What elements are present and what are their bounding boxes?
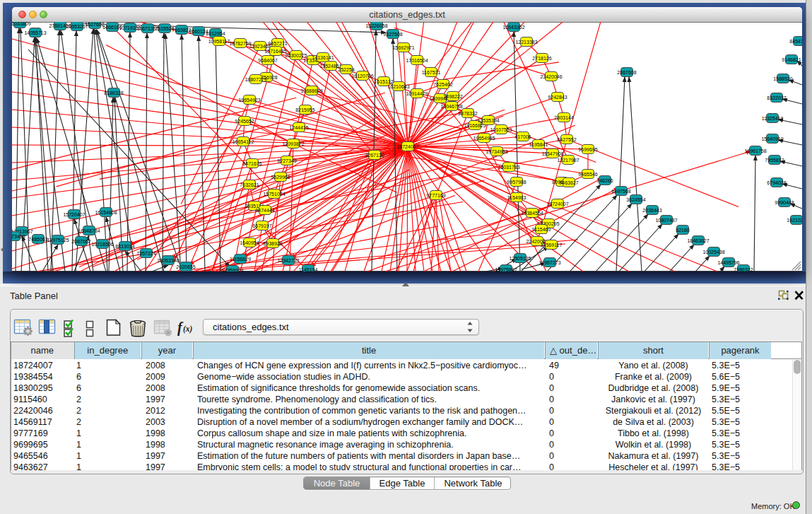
svg-text:7357224: 7357224 [136, 251, 155, 256]
svg-text:746266: 746266 [596, 178, 613, 183]
svg-text:15751074: 15751074 [263, 192, 285, 197]
svg-text:12217987: 12217987 [557, 158, 579, 163]
svg-text:12975125: 12975125 [47, 238, 69, 243]
svg-text:23420046: 23420046 [540, 74, 562, 79]
svg-text:10958117: 10958117 [208, 39, 230, 44]
svg-text:1244415: 1244415 [289, 125, 308, 130]
svg-text:2087662: 2087662 [71, 239, 90, 244]
svg-text:9957988: 9957988 [507, 180, 526, 185]
svg-text:16033809: 16033809 [12, 22, 31, 26]
svg-text:10025438: 10025438 [702, 250, 724, 255]
svg-text:2718126: 2718126 [532, 56, 551, 61]
svg-text:9463627: 9463627 [559, 180, 578, 185]
svg-text:10046788: 10046788 [440, 104, 462, 109]
svg-text:12505135: 12505135 [509, 256, 531, 261]
svg-text:2036443: 2036443 [642, 208, 661, 213]
svg-text:8454749: 8454749 [789, 39, 802, 44]
svg-text:1527602: 1527602 [85, 22, 104, 27]
svg-text:8938928: 8938928 [263, 241, 282, 246]
svg-text:15716485: 15716485 [264, 49, 286, 54]
svg-text:3498222: 3498222 [443, 94, 462, 99]
svg-text:10107553: 10107553 [490, 127, 512, 132]
svg-text:10688609: 10688609 [300, 88, 322, 93]
svg-text:9777169: 9777169 [426, 193, 445, 198]
svg-text:19654923: 19654923 [238, 98, 260, 103]
svg-text:17016504: 17016504 [406, 58, 428, 63]
svg-text:16210643: 16210643 [387, 84, 409, 89]
svg-text:19384554: 19384554 [521, 211, 543, 216]
svg-text:1154983: 1154983 [507, 195, 526, 200]
svg-text:8427552: 8427552 [557, 137, 576, 142]
svg-text:15720407: 15720407 [63, 212, 85, 217]
svg-text:9245652: 9245652 [235, 119, 254, 124]
svg-text:16120746: 16120746 [351, 74, 373, 78]
svg-text:1167531: 1167531 [422, 70, 441, 75]
svg-text:8471676: 8471676 [242, 161, 261, 166]
svg-text:18463627: 18463627 [687, 238, 709, 243]
svg-text:8813014: 8813014 [115, 244, 134, 249]
svg-text:9146821: 9146821 [782, 57, 801, 62]
svg-text:14136141: 14136141 [312, 55, 334, 60]
svg-text:14569117: 14569117 [541, 243, 563, 247]
svg-text:7632621: 7632621 [240, 182, 259, 187]
svg-text:8215955: 8215955 [295, 107, 314, 112]
svg-text:9457271: 9457271 [268, 41, 287, 46]
svg-text:8878332: 8878332 [458, 111, 477, 116]
svg-text:11547908: 11547908 [542, 151, 564, 156]
svg-text:9242843: 9242843 [548, 95, 567, 100]
svg-text:18724007: 18724007 [546, 201, 568, 206]
svg-text:17359924: 17359924 [221, 268, 243, 272]
svg-text:12093872: 12093872 [282, 141, 304, 146]
svg-text:16031783: 16031783 [498, 165, 519, 170]
svg-text:16961758: 16961758 [744, 148, 766, 153]
svg-text:28053346: 28053346 [157, 258, 179, 263]
svg-text:7485063: 7485063 [28, 237, 47, 242]
svg-text:14495796: 14495796 [717, 260, 739, 265]
svg-text:16543362: 16543362 [502, 25, 524, 30]
svg-text:19734933: 19734933 [486, 149, 507, 154]
svg-text:9684067: 9684067 [258, 58, 277, 63]
svg-text:8912954: 8912954 [206, 31, 225, 36]
svg-text:7986322: 7986322 [734, 267, 753, 272]
svg-text:62160: 62160 [676, 228, 690, 233]
svg-text:2020655: 2020655 [176, 264, 195, 269]
svg-text:15692971: 15692971 [392, 45, 414, 50]
svg-text:2867608: 2867608 [617, 70, 636, 75]
svg-text:1640954: 1640954 [240, 240, 259, 245]
svg-text:10654112: 10654112 [233, 139, 254, 144]
svg-text:11156829: 11156829 [230, 257, 251, 262]
svg-text:9474444: 9474444 [255, 208, 274, 213]
svg-text:1195841: 1195841 [529, 142, 548, 147]
svg-text:15226058: 15226058 [365, 23, 387, 28]
svg-text:16154808: 16154808 [95, 210, 117, 215]
svg-text:18807279: 18807279 [245, 77, 266, 82]
svg-text:7625402: 7625402 [433, 82, 452, 87]
svg-text:10807487: 10807487 [655, 218, 677, 223]
svg-text:7955812: 7955812 [765, 158, 784, 163]
svg-text:9115460: 9115460 [532, 227, 551, 232]
svg-text:11325419: 11325419 [762, 116, 784, 121]
svg-text:14055713: 14055713 [24, 30, 46, 35]
svg-text:16782759: 16782759 [229, 41, 251, 46]
svg-text:1621022: 1621022 [787, 218, 802, 223]
svg-text:9465546: 9465546 [578, 172, 597, 177]
svg-text:18724007: 18724007 [396, 144, 418, 149]
svg-text:8322037: 8322037 [767, 95, 786, 100]
svg-text:8186328: 8186328 [104, 90, 123, 95]
svg-text:25300275: 25300275 [285, 53, 307, 58]
svg-text:19975887: 19975887 [495, 267, 517, 272]
svg-text:9327508: 9327508 [383, 32, 402, 37]
svg-text:252254: 252254 [338, 67, 354, 72]
svg-text:19654985: 19654985 [473, 136, 495, 141]
svg-text:12213383: 12213383 [515, 40, 537, 45]
svg-text:9529966: 9529966 [271, 175, 290, 180]
svg-text:13535394: 13535394 [477, 118, 499, 123]
svg-text:2803144: 2803144 [554, 115, 573, 120]
svg-text:9227349: 9227349 [277, 158, 296, 163]
svg-text:6679197: 6679197 [252, 223, 271, 228]
svg-text:1615132: 1615132 [374, 79, 393, 84]
svg-text:417006: 417006 [514, 134, 531, 139]
svg-text:16914479: 16914479 [406, 91, 428, 96]
svg-text:15640910: 15640910 [761, 136, 783, 141]
svg-text:1588520: 1588520 [773, 76, 792, 81]
